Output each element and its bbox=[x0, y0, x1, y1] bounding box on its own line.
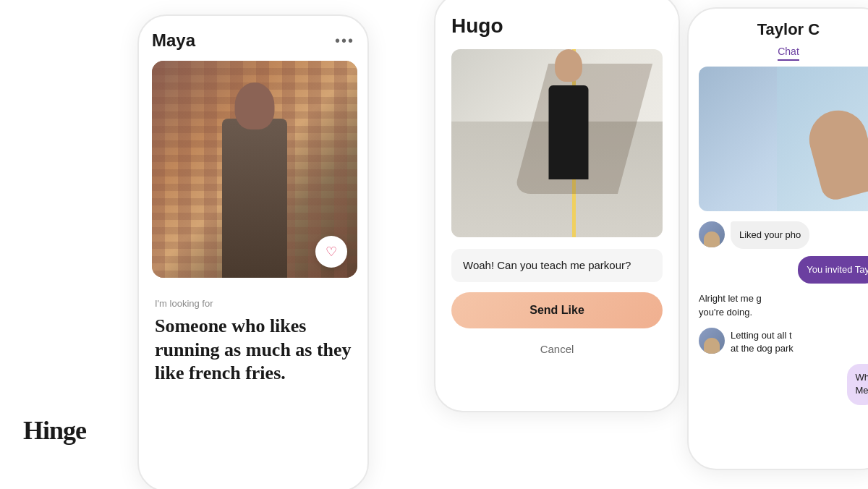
profile-header: Maya ••• bbox=[152, 30, 354, 51]
message-bubble-self: You invited Tay bbox=[798, 256, 868, 284]
chat-photo bbox=[699, 67, 868, 211]
message-bubble-other: Liked your pho bbox=[731, 221, 809, 249]
like-button[interactable]: ♡ bbox=[315, 236, 347, 268]
message-plain-2: Letting out all tat the dog park bbox=[731, 328, 793, 357]
hinge-logo: Hinge bbox=[23, 415, 86, 446]
message-row-self: You invited Tay bbox=[699, 256, 868, 284]
message-plain-1: Alright let me gyou're doing. bbox=[699, 291, 868, 320]
message-bubble-self-light: WhMe bbox=[847, 364, 869, 404]
phone-chat: Taylor C Chat Liked your pho You invited… bbox=[687, 7, 868, 470]
message-row: Liked your pho bbox=[699, 221, 868, 249]
chat-messages: Liked your pho You invited Tay Alright l… bbox=[699, 221, 868, 405]
send-like-button[interactable]: Send Like bbox=[451, 292, 663, 328]
profile-photo: ♡ bbox=[152, 61, 357, 278]
chat-header: Taylor C Chat bbox=[699, 20, 868, 61]
avatar bbox=[699, 221, 725, 247]
phone-hugo: Hugo Woah! Can you teach me parkour? Sen… bbox=[434, 0, 680, 412]
looking-for-section: I'm looking for Someone who likes runnin… bbox=[152, 298, 354, 386]
message-bubble: Woah! Can you teach me parkour? bbox=[451, 249, 663, 282]
phone-maya: Maya ••• ♡ I'm looking for Someone who l… bbox=[137, 14, 369, 489]
chat-tab[interactable]: Chat bbox=[778, 46, 799, 61]
message-row-2: Letting out all tat the dog park bbox=[699, 328, 868, 357]
avatar-2 bbox=[699, 328, 725, 354]
looking-for-label: I'm looking for bbox=[155, 298, 352, 309]
logo-text: Hinge bbox=[23, 415, 86, 446]
hugo-name: Hugo bbox=[451, 14, 663, 38]
profile-name: Maya bbox=[152, 30, 195, 51]
hugo-photo bbox=[451, 49, 663, 237]
looking-for-text: Someone who likes running as much as the… bbox=[155, 315, 352, 386]
person-silhouette bbox=[197, 75, 312, 278]
message-row-self-light: WhMe bbox=[699, 364, 868, 404]
cancel-button[interactable]: Cancel bbox=[451, 337, 663, 361]
more-options-icon[interactable]: ••• bbox=[335, 33, 354, 49]
message-text: Woah! Can you teach me parkour? bbox=[463, 259, 631, 271]
chat-name: Taylor C bbox=[699, 20, 868, 39]
